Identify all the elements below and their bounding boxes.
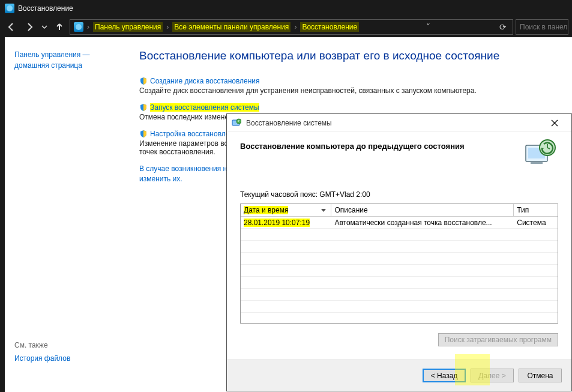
nav-forward-button[interactable]: [22, 19, 37, 35]
table-row[interactable]: 28.01.2019 10:07:19 Автоматически создан…: [241, 217, 558, 229]
nav-history-dropdown[interactable]: [40, 19, 49, 35]
column-header-type[interactable]: Тип: [514, 204, 558, 216]
refresh-icon[interactable]: ⟳: [497, 22, 509, 32]
search-input[interactable]: Поиск в панели: [516, 19, 568, 35]
breadcrumb-history-dropdown[interactable]: ˅: [424, 22, 433, 32]
restore-big-icon: [523, 137, 557, 170]
dialog-icon: [232, 118, 241, 128]
next-button[interactable]: Далее >: [471, 369, 514, 382]
table-row[interactable]: [241, 289, 558, 301]
breadcrumb-item-2[interactable]: Восстановление: [300, 22, 359, 32]
start-system-restore-desc: Отмена последних изменений, музыка, оста…: [139, 113, 232, 121]
breadcrumb-sep-icon: ›: [87, 23, 89, 31]
breadcrumb-bar[interactable]: › Панель управления › Все элементы панел…: [70, 19, 513, 35]
column-header-desc[interactable]: Описание: [331, 204, 514, 216]
problems-text: В случае возникновения н: [139, 164, 235, 173]
restore-points-table: Дата и время Описание Тип 28.01.2019 10:…: [240, 204, 558, 324]
configure-restore-desc: Изменение параметров во точек восстановл…: [139, 139, 232, 156]
breadcrumb-sep-icon: ›: [166, 23, 169, 31]
table-row[interactable]: [241, 241, 558, 253]
timezone-label: Текущий часовой пояс: GMT+Vlad 2:00: [240, 190, 558, 199]
cancel-button[interactable]: Отмена: [519, 369, 562, 382]
system-restore-dialog: Восстановление системы Восстановление ко…: [226, 113, 572, 391]
start-system-restore-link[interactable]: Запуск восстановления системы: [150, 103, 259, 112]
nav-back-button[interactable]: [4, 19, 19, 35]
table-row[interactable]: [241, 229, 558, 241]
dialog-title: Восстановление системы: [246, 119, 332, 127]
shield-icon: [139, 77, 148, 85]
change-settings-link[interactable]: изменить их.: [139, 175, 182, 183]
cell-date: 28.01.2019 10:07:19: [244, 219, 310, 227]
table-row[interactable]: [241, 277, 558, 289]
search-affected-programs-button[interactable]: Поиск затрагиваемых программ: [438, 333, 558, 346]
window-title: Восстановление: [18, 4, 73, 13]
breadcrumb-sep-icon: ›: [294, 23, 297, 31]
sidebar-see-also-label: См. также: [14, 341, 115, 349]
table-row[interactable]: [241, 301, 558, 313]
shield-icon: [139, 103, 148, 112]
breadcrumb-icon: [74, 22, 83, 32]
page-title: Восстановление компьютера или возврат ег…: [139, 49, 558, 62]
table-row[interactable]: [241, 265, 558, 277]
dialog-close-button[interactable]: [543, 116, 567, 130]
app-icon: [5, 4, 14, 13]
cell-type: Система: [514, 218, 558, 228]
dialog-heading: Восстановление компьютера до предыдущего…: [240, 142, 558, 151]
nav-up-button[interactable]: [52, 19, 67, 35]
back-button[interactable]: < Назад: [423, 369, 466, 382]
svg-rect-4: [531, 162, 543, 164]
column-header-date[interactable]: Дата и время: [241, 204, 331, 216]
configure-restore-link[interactable]: Настройка восстановле: [150, 130, 234, 138]
cell-desc: Автоматически созданная точка восстановл…: [331, 218, 514, 228]
create-recovery-disk-link[interactable]: Создание диска восстановления: [150, 77, 260, 85]
search-placeholder: Поиск в панели: [520, 23, 568, 31]
breadcrumb-item-1[interactable]: Все элементы панели управления: [172, 22, 291, 32]
shield-icon: [139, 130, 148, 138]
table-row[interactable]: [241, 253, 558, 265]
sidebar-file-history-link[interactable]: История файлов: [14, 354, 115, 363]
create-recovery-disk-desc: Создайте диск восстановления для устране…: [139, 86, 558, 95]
breadcrumb-item-0[interactable]: Панель управления: [93, 22, 163, 32]
sidebar-home-link[interactable]: Панель управления — домашняя страница: [14, 49, 115, 71]
